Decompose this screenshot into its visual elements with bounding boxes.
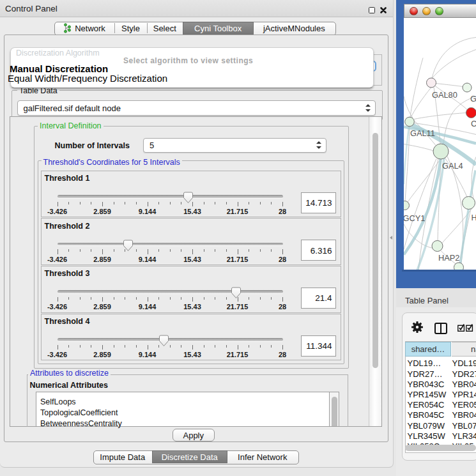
svg-text:GAL80: GAL80 (432, 90, 457, 100)
svg-text:HAP2: HAP2 (438, 252, 459, 262)
svg-text:C: C (471, 118, 476, 128)
svg-text:GCY1: GCY1 (404, 213, 425, 223)
svg-text:GAL11: GAL11 (410, 128, 435, 138)
svg-text:GA: GA (470, 93, 476, 103)
svg-text:H: H (472, 213, 476, 222)
svg-text:GAL4: GAL4 (442, 160, 463, 170)
